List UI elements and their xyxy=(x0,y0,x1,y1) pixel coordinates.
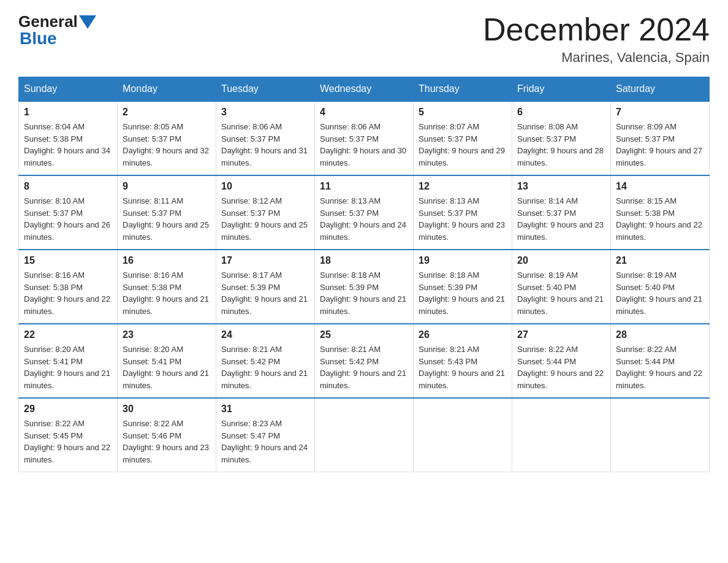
day-number: 15 xyxy=(24,255,112,266)
calendar-cell xyxy=(611,398,710,472)
day-number: 7 xyxy=(616,107,704,118)
calendar-cell: 17 Sunrise: 8:17 AM Sunset: 5:39 PM Dayl… xyxy=(216,250,315,324)
calendar-cell: 7 Sunrise: 8:09 AM Sunset: 5:37 PM Dayli… xyxy=(611,101,710,175)
day-info: Sunrise: 8:13 AM Sunset: 5:37 PM Dayligh… xyxy=(320,195,408,243)
calendar-cell xyxy=(512,398,611,472)
day-number: 13 xyxy=(517,181,605,192)
day-number: 11 xyxy=(320,181,408,192)
calendar-cell: 11 Sunrise: 8:13 AM Sunset: 5:37 PM Dayl… xyxy=(315,175,414,250)
day-number: 17 xyxy=(221,255,309,266)
day-number: 20 xyxy=(517,255,605,266)
col-tuesday: Tuesday xyxy=(216,77,315,102)
day-info: Sunrise: 8:22 AM Sunset: 5:45 PM Dayligh… xyxy=(24,418,112,465)
calendar-cell: 30 Sunrise: 8:22 AM Sunset: 5:46 PM Dayl… xyxy=(118,398,216,472)
calendar-cell xyxy=(414,398,512,472)
day-info: Sunrise: 8:05 AM Sunset: 5:37 PM Dayligh… xyxy=(123,121,211,169)
day-info: Sunrise: 8:11 AM Sunset: 5:37 PM Dayligh… xyxy=(123,195,211,243)
calendar-cell: 27 Sunrise: 8:22 AM Sunset: 5:44 PM Dayl… xyxy=(512,324,611,398)
day-number: 2 xyxy=(123,107,211,118)
day-number: 10 xyxy=(221,181,309,192)
col-thursday: Thursday xyxy=(414,77,512,102)
day-info: Sunrise: 8:21 AM Sunset: 5:42 PM Dayligh… xyxy=(320,343,408,391)
calendar-cell xyxy=(315,398,414,472)
calendar-week-row-1: 1 Sunrise: 8:04 AM Sunset: 5:38 PM Dayli… xyxy=(19,101,710,175)
day-number: 1 xyxy=(24,107,112,118)
day-info: Sunrise: 8:21 AM Sunset: 5:42 PM Dayligh… xyxy=(221,343,309,391)
month-year-title: December 2024 xyxy=(483,12,710,47)
col-sunday: Sunday xyxy=(19,77,118,102)
calendar-cell: 13 Sunrise: 8:14 AM Sunset: 5:37 PM Dayl… xyxy=(512,175,611,250)
day-number: 30 xyxy=(123,404,211,415)
day-number: 12 xyxy=(419,181,507,192)
day-number: 16 xyxy=(123,255,211,266)
day-info: Sunrise: 8:12 AM Sunset: 5:37 PM Dayligh… xyxy=(221,195,309,243)
day-number: 27 xyxy=(517,329,605,340)
day-info: Sunrise: 8:22 AM Sunset: 5:44 PM Dayligh… xyxy=(517,343,605,391)
calendar-cell: 16 Sunrise: 8:16 AM Sunset: 5:38 PM Dayl… xyxy=(118,250,216,324)
day-info: Sunrise: 8:19 AM Sunset: 5:40 PM Dayligh… xyxy=(517,269,605,317)
day-info: Sunrise: 8:14 AM Sunset: 5:37 PM Dayligh… xyxy=(517,195,605,243)
day-number: 14 xyxy=(616,181,704,192)
col-friday: Friday xyxy=(512,77,611,102)
day-info: Sunrise: 8:06 AM Sunset: 5:37 PM Dayligh… xyxy=(221,121,309,169)
page-header: General Blue December 2024 Marines, Vale… xyxy=(18,12,710,66)
calendar-cell: 1 Sunrise: 8:04 AM Sunset: 5:38 PM Dayli… xyxy=(19,101,118,175)
day-number: 26 xyxy=(419,329,507,340)
logo: General Blue xyxy=(18,12,97,48)
logo-triangle-icon xyxy=(79,15,96,29)
calendar-week-row-3: 15 Sunrise: 8:16 AM Sunset: 5:38 PM Dayl… xyxy=(19,250,710,324)
day-info: Sunrise: 8:10 AM Sunset: 5:37 PM Dayligh… xyxy=(24,195,112,243)
calendar-cell: 10 Sunrise: 8:12 AM Sunset: 5:37 PM Dayl… xyxy=(216,175,315,250)
day-info: Sunrise: 8:20 AM Sunset: 5:41 PM Dayligh… xyxy=(24,343,112,391)
day-number: 9 xyxy=(123,181,211,192)
day-number: 8 xyxy=(24,181,112,192)
day-info: Sunrise: 8:19 AM Sunset: 5:40 PM Dayligh… xyxy=(616,269,704,317)
col-wednesday: Wednesday xyxy=(315,77,414,102)
calendar-cell: 21 Sunrise: 8:19 AM Sunset: 5:40 PM Dayl… xyxy=(611,250,710,324)
calendar-table: Sunday Monday Tuesday Wednesday Thursday… xyxy=(18,77,710,472)
calendar-cell: 25 Sunrise: 8:21 AM Sunset: 5:42 PM Dayl… xyxy=(315,324,414,398)
col-monday: Monday xyxy=(118,77,216,102)
calendar-cell: 5 Sunrise: 8:07 AM Sunset: 5:37 PM Dayli… xyxy=(414,101,512,175)
day-info: Sunrise: 8:04 AM Sunset: 5:38 PM Dayligh… xyxy=(24,121,112,169)
calendar-cell: 15 Sunrise: 8:16 AM Sunset: 5:38 PM Dayl… xyxy=(19,250,118,324)
day-number: 22 xyxy=(24,329,112,340)
calendar-cell: 18 Sunrise: 8:18 AM Sunset: 5:39 PM Dayl… xyxy=(315,250,414,324)
calendar-cell: 29 Sunrise: 8:22 AM Sunset: 5:45 PM Dayl… xyxy=(19,398,118,472)
calendar-cell: 14 Sunrise: 8:15 AM Sunset: 5:38 PM Dayl… xyxy=(611,175,710,250)
calendar-header-row: Sunday Monday Tuesday Wednesday Thursday… xyxy=(19,77,710,102)
day-info: Sunrise: 8:16 AM Sunset: 5:38 PM Dayligh… xyxy=(123,269,211,317)
day-number: 24 xyxy=(221,329,309,340)
day-info: Sunrise: 8:16 AM Sunset: 5:38 PM Dayligh… xyxy=(24,269,112,317)
calendar-cell: 24 Sunrise: 8:21 AM Sunset: 5:42 PM Dayl… xyxy=(216,324,315,398)
day-info: Sunrise: 8:13 AM Sunset: 5:37 PM Dayligh… xyxy=(419,195,507,243)
day-number: 19 xyxy=(419,255,507,266)
day-number: 28 xyxy=(616,329,704,340)
calendar-cell: 22 Sunrise: 8:20 AM Sunset: 5:41 PM Dayl… xyxy=(19,324,118,398)
day-info: Sunrise: 8:22 AM Sunset: 5:46 PM Dayligh… xyxy=(123,418,211,465)
day-info: Sunrise: 8:09 AM Sunset: 5:37 PM Dayligh… xyxy=(616,121,704,169)
location-subtitle: Marines, Valencia, Spain xyxy=(483,50,710,66)
day-info: Sunrise: 8:21 AM Sunset: 5:43 PM Dayligh… xyxy=(419,343,507,391)
day-info: Sunrise: 8:18 AM Sunset: 5:39 PM Dayligh… xyxy=(419,269,507,317)
calendar-week-row-4: 22 Sunrise: 8:20 AM Sunset: 5:41 PM Dayl… xyxy=(19,324,710,398)
day-number: 29 xyxy=(24,404,112,415)
day-info: Sunrise: 8:07 AM Sunset: 5:37 PM Dayligh… xyxy=(419,121,507,169)
day-number: 6 xyxy=(517,107,605,118)
day-info: Sunrise: 8:20 AM Sunset: 5:41 PM Dayligh… xyxy=(123,343,211,391)
calendar-week-row-5: 29 Sunrise: 8:22 AM Sunset: 5:45 PM Dayl… xyxy=(19,398,710,472)
calendar-cell: 20 Sunrise: 8:19 AM Sunset: 5:40 PM Dayl… xyxy=(512,250,611,324)
calendar-cell: 26 Sunrise: 8:21 AM Sunset: 5:43 PM Dayl… xyxy=(414,324,512,398)
calendar-cell: 2 Sunrise: 8:05 AM Sunset: 5:37 PM Dayli… xyxy=(118,101,216,175)
day-info: Sunrise: 8:17 AM Sunset: 5:39 PM Dayligh… xyxy=(221,269,309,317)
day-info: Sunrise: 8:23 AM Sunset: 5:47 PM Dayligh… xyxy=(221,418,309,465)
col-saturday: Saturday xyxy=(611,77,710,102)
day-number: 3 xyxy=(221,107,309,118)
day-number: 31 xyxy=(221,404,309,415)
day-number: 4 xyxy=(320,107,408,118)
calendar-cell: 19 Sunrise: 8:18 AM Sunset: 5:39 PM Dayl… xyxy=(414,250,512,324)
day-info: Sunrise: 8:22 AM Sunset: 5:44 PM Dayligh… xyxy=(616,343,704,391)
calendar-cell: 6 Sunrise: 8:08 AM Sunset: 5:37 PM Dayli… xyxy=(512,101,611,175)
calendar-cell: 12 Sunrise: 8:13 AM Sunset: 5:37 PM Dayl… xyxy=(414,175,512,250)
day-number: 23 xyxy=(123,329,211,340)
